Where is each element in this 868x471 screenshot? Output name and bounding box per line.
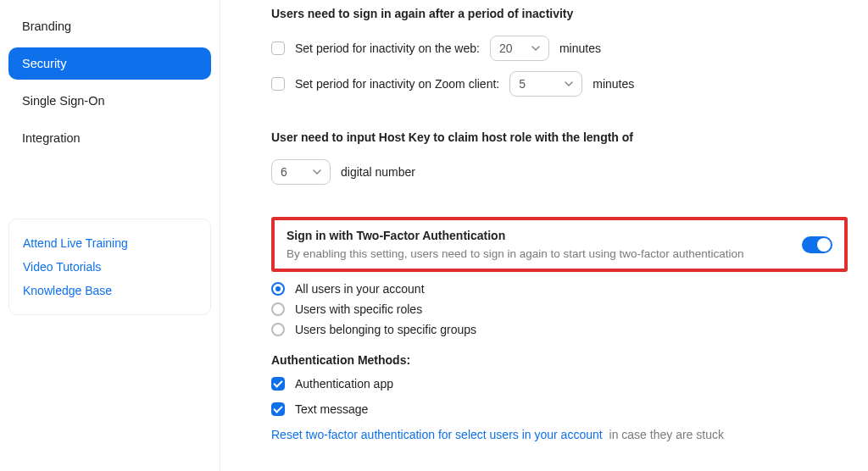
twofa-title: Sign in with Two-Factor Authentication (287, 229, 787, 242)
inactivity-client-checkbox[interactable] (271, 77, 285, 91)
sidebar-item-sso[interactable]: Single Sign-On (8, 85, 211, 117)
twofa-description: By enabling this setting, users need to … (287, 247, 787, 260)
inactivity-client-value: 5 (519, 77, 526, 91)
reset-twofa-suffix: in case they are stuck (609, 428, 724, 441)
inactivity-client-label: Set period for inactivity on Zoom client… (295, 77, 499, 91)
twofa-text: Sign in with Two-Factor Authentication B… (287, 229, 787, 260)
hostkey-row: 6 digital number (271, 159, 848, 185)
hostkey-block: User need to input Host Key to claim hos… (271, 130, 848, 185)
sidebar-item-branding[interactable]: Branding (8, 10, 211, 42)
content: Users need to sign in again after a peri… (220, 0, 868, 471)
twofa-highlight: Sign in with Two-Factor Authentication B… (271, 217, 848, 272)
sidebar-item-integration[interactable]: Integration (8, 122, 211, 154)
resource-link-training[interactable]: Attend Live Training (23, 231, 197, 255)
hostkey-heading: User need to input Host Key to claim hos… (271, 130, 848, 144)
auth-method-app-row: Authentication app (271, 377, 848, 391)
resource-link-tutorials[interactable]: Video Tutorials (23, 255, 197, 279)
resources-box: Attend Live Training Video Tutorials Kno… (8, 219, 211, 315)
chevron-down-icon (531, 46, 540, 51)
chevron-down-icon (313, 169, 321, 175)
twofa-scope-all-label: All users in your account (295, 282, 425, 296)
auth-method-text-row: Text message (271, 402, 848, 416)
auth-method-app-label: Authentication app (295, 377, 393, 391)
twofa-scope-roles-row: Users with specific roles (271, 302, 848, 316)
auth-method-text-checkbox[interactable] (271, 402, 285, 416)
inactivity-web-value: 20 (499, 42, 513, 55)
twofa-scope-groups-radio[interactable] (271, 323, 285, 336)
reset-twofa-row: Reset two-factor authentication for sele… (271, 428, 848, 441)
inactivity-web-row: Set period for inactivity on the web: 20… (271, 36, 848, 61)
twofa-scope-roles-radio[interactable] (271, 302, 285, 316)
inactivity-client-select[interactable]: 5 (509, 71, 582, 97)
twofa-toggle[interactable] (802, 236, 832, 253)
inactivity-client-unit: minutes (593, 77, 634, 91)
hostkey-suffix: digital number (341, 165, 415, 179)
twofa-scope-all-radio[interactable] (271, 282, 285, 296)
inactivity-heading: Users need to sign in again after a peri… (271, 7, 848, 20)
twofa-scope-group: All users in your account Users with spe… (271, 282, 848, 336)
inactivity-web-select[interactable]: 20 (490, 36, 549, 61)
sidebar: Branding Security Single Sign-On Integra… (0, 0, 220, 471)
resource-link-kb[interactable]: Knowledge Base (23, 279, 197, 302)
auth-method-text-label: Text message (295, 402, 368, 416)
chevron-down-icon (565, 81, 573, 86)
inactivity-client-row: Set period for inactivity on Zoom client… (271, 71, 848, 97)
twofa-scope-roles-label: Users with specific roles (295, 302, 422, 316)
reset-twofa-link[interactable]: Reset two-factor authentication for sele… (271, 428, 603, 441)
auth-method-app-checkbox[interactable] (271, 377, 285, 391)
twofa-scope-groups-row: Users belonging to specific groups (271, 323, 848, 336)
inactivity-web-label: Set period for inactivity on the web: (295, 42, 480, 55)
hostkey-select[interactable]: 6 (271, 159, 331, 185)
hostkey-value: 6 (281, 165, 287, 179)
inactivity-web-unit: minutes (559, 42, 601, 55)
twofa-scope-all-row: All users in your account (271, 282, 848, 296)
inactivity-web-checkbox[interactable] (271, 42, 285, 55)
sidebar-nav: Branding Security Single Sign-On Integra… (8, 10, 211, 159)
sidebar-item-security[interactable]: Security (8, 47, 211, 80)
twofa-scope-groups-label: Users belonging to specific groups (295, 323, 476, 336)
auth-methods-heading: Authentication Methods: (271, 353, 848, 367)
